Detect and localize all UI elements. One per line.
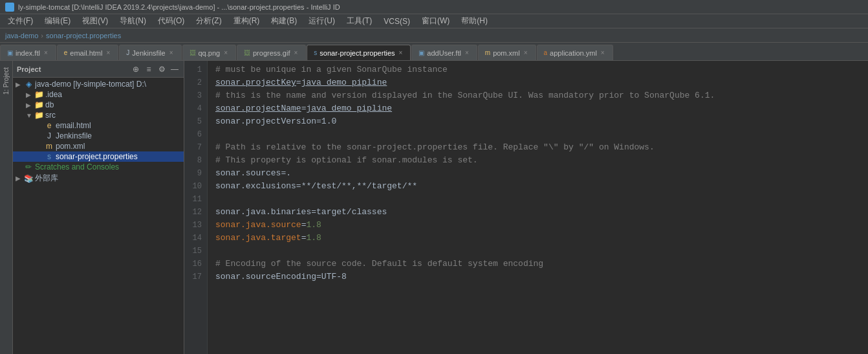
menu-build[interactable]: 构建(B) (266, 14, 302, 28)
tab-label: progress.gif (253, 49, 290, 57)
menu-nav[interactable]: 导航(N) (114, 14, 151, 28)
menu-view[interactable]: 视图(V) (77, 14, 113, 28)
menu-window[interactable]: 窗口(W) (417, 14, 455, 28)
code-line-1: # must be unique in a given SonarQube in… (215, 63, 860, 76)
tree-item-email-html[interactable]: e email.html (13, 120, 184, 131)
code-line-6 (215, 128, 860, 141)
tab-label: pom.xml (493, 49, 520, 57)
tab-label: addUser.ftl (427, 49, 461, 57)
tab-bar: ▣ index.ftl × e email.html × J Jenkinsfi… (0, 43, 868, 61)
code-editor[interactable]: # must be unique in a given SonarQube in… (208, 61, 868, 354)
arrow-icon: ▶ (16, 81, 23, 88)
xml-file-icon: m (44, 142, 54, 151)
line-num-11: 11 (184, 193, 202, 206)
menu-run[interactable]: 运行(U) (303, 14, 340, 28)
tab-close-icon[interactable]: × (600, 49, 606, 56)
code-line-13: sonar.java.source=1.8 (215, 219, 860, 232)
html-file-icon: e (44, 121, 54, 130)
app-icon (5, 3, 14, 12)
editor-content[interactable]: 1 2 3 4 5 6 7 8 9 10 11 12 13 14 15 16 1… (184, 61, 868, 354)
tab-pom-xml[interactable]: m pom.xml × (478, 45, 536, 60)
tab-application-yml[interactable]: a application.yml × (537, 45, 613, 60)
code-line-4: sonar.projectName=java_demo_pipline (215, 102, 860, 115)
breadcrumb-file[interactable]: sonar-project.properties (46, 32, 121, 39)
tab-jenkinsfile[interactable]: J Jenkinsfile × (119, 45, 181, 60)
file-name: java-demo [ly-simple-tomcat] D:\ (35, 80, 146, 89)
line-num-5: 5 (184, 115, 202, 128)
menu-code[interactable]: 代码(O) (153, 14, 190, 28)
file-name: pom.xml (56, 142, 85, 151)
gif-icon: 🖼 (244, 49, 250, 56)
arrow-icon: ▶ (26, 102, 34, 109)
tab-close-icon[interactable]: × (398, 49, 404, 56)
menu-tools[interactable]: 工具(T) (342, 14, 377, 28)
panel-strip: 1: Project (0, 61, 13, 354)
tree-item-jenkinsfile[interactable]: J Jenkinsfile (13, 131, 184, 141)
panel-label[interactable]: 1: Project (3, 63, 10, 98)
tree-item-src[interactable]: ▼ 📁 src (13, 110, 184, 120)
yml-icon: a (544, 49, 548, 56)
tab-sonar-properties[interactable]: s sonar-project.properties × (307, 45, 411, 60)
png-icon: 🖼 (190, 49, 196, 56)
folder-icon: 📁 (34, 111, 44, 120)
tab-close-icon[interactable]: × (464, 49, 470, 56)
tree-header-title: Project (17, 65, 128, 73)
line-num-8: 8 (184, 154, 202, 167)
folder-icon: 📁 (34, 100, 44, 109)
tab-qq-png[interactable]: 🖼 qq.png × (182, 45, 237, 60)
line-num-17: 17 (184, 271, 202, 283)
main-area: 1: Project Project ⊕ ≡ ⚙ — ▶ ◈ java-demo… (0, 61, 868, 354)
tree-item-idea[interactable]: ▶ 📁 .idea (13, 89, 184, 100)
menu-analyze[interactable]: 分析(Z) (191, 14, 226, 28)
jenkins-file-icon: J (44, 131, 54, 140)
code-line-7: # Path is relative to the sonar-project.… (215, 141, 860, 154)
file-name: Scratches and Consoles (35, 162, 119, 171)
tab-progress-gif[interactable]: 🖼 progress.gif × (237, 45, 306, 60)
tab-close-icon[interactable]: × (523, 49, 529, 56)
breadcrumb-separator: › (41, 32, 43, 39)
tree-item-pom-xml[interactable]: m pom.xml (13, 141, 184, 151)
file-name: db (45, 100, 54, 109)
tab-index-ftl[interactable]: ▣ index.ftl × (0, 45, 56, 60)
line-num-14: 14 (184, 232, 202, 245)
code-line-5: sonar.projectVersion=1.0 (215, 115, 860, 128)
code-line-14: sonar.java.target=1.8 (215, 232, 860, 245)
editor-area[interactable]: 1 2 3 4 5 6 7 8 9 10 11 12 13 14 15 16 1… (184, 61, 868, 354)
code-line-2: sonar.projectKey=java_demo_pipline (215, 76, 860, 89)
breadcrumb-project[interactable]: java-demo (5, 32, 38, 39)
tree-item-root[interactable]: ▶ ◈ java-demo [ly-simple-tomcat] D:\ (13, 79, 184, 89)
tree-collapse-icon[interactable]: ≡ (144, 64, 154, 74)
line-num-9: 9 (184, 167, 202, 180)
menu-help[interactable]: 帮助(H) (456, 14, 493, 28)
menu-edit[interactable]: 编辑(E) (39, 14, 76, 28)
tree-item-scratches[interactable]: ✏ Scratches and Consoles (13, 162, 184, 172)
tab-close-icon[interactable]: × (222, 49, 229, 56)
tree-item-external-libs[interactable]: ▶ 📚 外部库 (13, 172, 184, 184)
tab-close-icon[interactable]: × (292, 49, 299, 56)
line-num-3: 3 (184, 89, 202, 102)
code-line-15 (215, 245, 860, 258)
tree-item-sonar-props[interactable]: s sonar-project.properties (13, 151, 184, 162)
tab-close-icon[interactable]: × (43, 49, 49, 56)
tree-item-db[interactable]: ▶ 📁 db (13, 100, 184, 110)
line-num-6: 6 (184, 128, 202, 141)
file-name: Jenkinsfile (56, 131, 92, 140)
tree-sync-icon[interactable]: ⊕ (131, 64, 141, 74)
tree-settings-icon[interactable]: ⚙ (157, 64, 167, 74)
tab-adduser-ftl[interactable]: ▣ addUser.ftl × (411, 45, 477, 60)
line-num-7: 7 (184, 141, 202, 154)
code-line-12: sonar.java.binaries=target/classes (215, 206, 860, 219)
menu-refactor[interactable]: 重构(R) (228, 14, 265, 28)
code-line-16: # Encoding of the source code. Default i… (215, 258, 860, 271)
module-icon: ◈ (23, 80, 34, 89)
menu-file[interactable]: 文件(F) (3, 14, 38, 28)
file-tree-content: ▶ ◈ java-demo [ly-simple-tomcat] D:\ ▶ 📁… (13, 78, 184, 354)
code-line-9: sonar.sources=. (215, 167, 860, 180)
tab-close-icon[interactable]: × (168, 49, 175, 56)
tab-close-icon[interactable]: × (105, 49, 111, 56)
tab-email-html[interactable]: e email.html × (57, 45, 119, 60)
tree-close-icon[interactable]: — (169, 64, 180, 74)
file-name: src (45, 111, 56, 120)
menu-vcs[interactable]: VCS(S) (378, 16, 415, 27)
tab-label: Jenkinsfile (132, 49, 165, 57)
